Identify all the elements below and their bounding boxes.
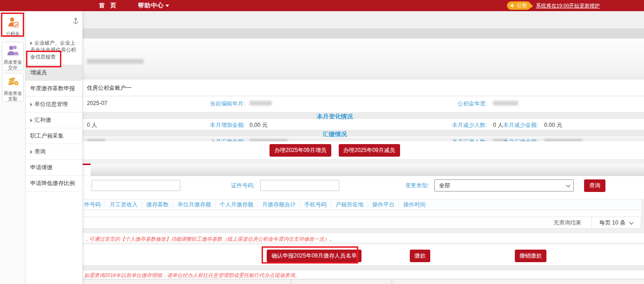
account-label: 住房公积金账户一 xyxy=(87,84,131,92)
svg-text:¥: ¥ xyxy=(15,82,17,85)
sidebar-item-fanggai-zhiqu[interactable]: ¥ 房改资金支取 xyxy=(2,73,24,102)
notice-area: 公告 系统将在19:00开始更新维护 xyxy=(507,0,600,11)
sidebar-item-label: 房改资金支取 xyxy=(3,91,22,102)
name-input[interactable] xyxy=(92,180,180,191)
divider xyxy=(291,279,291,284)
menu-item-niandujiaocunjishu[interactable]: 年度缴存基数申报 xyxy=(26,81,82,97)
label-added-amount: 本月增加金额: xyxy=(184,121,245,129)
id-number-input[interactable] xyxy=(260,180,339,191)
menu-item-label: 申请缓缴 xyxy=(30,164,53,171)
sidebar-item-gongjijin[interactable]: 公积金 xyxy=(2,13,24,38)
page-size-select[interactable]: 每页 10 条 xyxy=(591,217,632,228)
menu-item-huibujiao[interactable]: 汇补缴 xyxy=(26,112,82,128)
menu-item-label: 汇补缴 xyxy=(34,117,51,123)
module-sidebar: 公积金 房改资金交存 ¥ 房改资金支取 xyxy=(0,11,26,284)
submenu-list: 企业破产、企业上市合法合规住房公积金信息核查 增减员 年度缴存基数申报 单位信息… xyxy=(26,35,82,192)
label-reduced-amount: 本月减少金额: xyxy=(478,121,538,129)
bottom-partial-table xyxy=(26,279,644,284)
arrow-right-icon xyxy=(30,119,33,122)
column-header[interactable]: 个人月缴存额 xyxy=(216,201,258,209)
column-header[interactable]: 单位月缴存额 xyxy=(173,201,216,209)
overview-row-1: 2025-07 当前编辑年月: 公积金年度: xyxy=(26,100,644,107)
top-bar: 首 页 帮助中心 公告 系统将在19:00开始更新维护 xyxy=(0,0,644,11)
divider xyxy=(26,96,644,96)
coins-icon: ¥ xyxy=(7,76,20,90)
people-icon xyxy=(7,45,20,59)
menu-item-label: 申请降低缴存比例 xyxy=(30,180,75,186)
confirm-declare-button[interactable]: 确认申报2025年09月缴存人员名单 xyxy=(267,250,361,262)
redacted-value xyxy=(250,101,272,106)
menu-item-jiangdibili[interactable]: 申请降低缴存比例 xyxy=(26,176,82,192)
arrow-right-icon xyxy=(30,103,33,106)
nav-help-label: 帮助中心 xyxy=(138,1,164,10)
filter-panel: 证件号码: 变更类型: 全部 查询 xyxy=(26,176,644,199)
column-header[interactable]: 手机号码 xyxy=(300,201,331,209)
column-header[interactable]: 月缴存额合计 xyxy=(258,201,300,209)
pay-button[interactable]: 缴款 xyxy=(410,250,430,262)
column-header[interactable]: 操作平台 xyxy=(368,201,399,209)
menu-item-danweixinxi[interactable]: 单位信息管理 xyxy=(26,97,82,112)
tab-bar xyxy=(26,164,644,176)
label-fund-year: 公积金年度: xyxy=(427,100,487,108)
arrow-right-icon xyxy=(30,41,33,45)
value-added-count: 0 人 xyxy=(87,121,97,129)
table-body-empty xyxy=(26,210,641,217)
menu-item-zhigonghuji[interactable]: 职工户籍采集 xyxy=(26,128,82,144)
chevron-down-icon xyxy=(165,5,169,7)
overview-row-2: 0 人 本月增加金额: 0.00 元 本月减少人数: 0 人 本月减少金额: 0… xyxy=(26,121,644,129)
menu-item-chaxun[interactable]: 查询 xyxy=(26,144,82,160)
redacted-value xyxy=(493,101,518,106)
add-member-button[interactable]: 办理2025年09月增员 xyxy=(269,144,331,157)
sidebar-item-label: 房改资金交存 xyxy=(3,59,22,71)
column-header[interactable]: 缴存基数 xyxy=(142,201,173,209)
monthly-actions-panel: 办理2025年09月增员 办理2025年09月减员 xyxy=(26,141,644,159)
anchor-pin-icon[interactable] xyxy=(73,18,79,26)
announcement-badge: 公告 xyxy=(507,1,531,10)
id-number-label: 证件号码: xyxy=(231,180,255,191)
change-type-value: 全部 xyxy=(439,182,450,190)
menu-item-label: 年度缴存基数申报 xyxy=(30,85,75,92)
submenu-panel: 企业破产、企业上市合法合规住房公积金信息核查 增减员 年度缴存基数申报 单位信息… xyxy=(26,11,83,284)
sidebar-item-fanggai-jiaocun[interactable]: 房改资金交存 xyxy=(2,42,24,71)
menu-item-zengjianyuan[interactable]: 增减员 xyxy=(26,65,82,81)
menu-item-label: 增减员 xyxy=(30,69,47,76)
pagination-bar: 无查询结果 每页 10 条 xyxy=(26,217,641,229)
change-type-label: 变更类型: xyxy=(405,180,429,191)
arrow-right-icon xyxy=(30,150,33,154)
announcement-badge-label: 公告 xyxy=(517,2,527,9)
page-size-label: 每页 10 条 xyxy=(599,219,625,227)
chevron-down-icon xyxy=(629,220,634,225)
sidebar-item-label: 公积金 xyxy=(6,31,20,37)
menu-item-qiyepochan[interactable]: 企业破产、企业上市合法合规住房公积金信息核查 xyxy=(26,35,82,65)
menu-item-label: 企业破产、企业上市合法合规住房公积金信息核查 xyxy=(30,40,76,59)
confirm-actions-panel: 确认申报2025年09月缴存人员名单 缴款 撤销缴款 xyxy=(26,244,644,265)
nav-help-center[interactable]: 帮助中心 xyxy=(138,1,169,10)
speaker-icon xyxy=(510,3,515,8)
column-header[interactable]: 操作时间 xyxy=(399,201,430,209)
main-content: 住房公积金账户一 2025-07 当前编辑年月: 公积金年度: 本月变化情况 0… xyxy=(26,11,644,284)
maintenance-notice-link[interactable]: 系统将在19:00开始更新维护 xyxy=(536,2,600,9)
section-bar-remittance: 汇缴情况 xyxy=(26,130,644,137)
remove-member-button[interactable]: 办理2025年09月减员 xyxy=(339,144,400,157)
redacted-company-name xyxy=(87,59,144,64)
section-bar-monthly-change: 本月变化情况 xyxy=(26,112,644,119)
top-nav: 首 页 帮助中心 xyxy=(99,0,169,11)
menu-item-shenqinghuanjiao[interactable]: 申请缓缴 xyxy=(26,160,82,176)
label-edit-month: 当前编辑年月: xyxy=(184,100,245,108)
history-query-note: 如需查询2018年以前单位缴存明细，请单位经办人前往任意管理部或受托银行代办点现… xyxy=(84,272,300,279)
column-header[interactable]: 件号码 xyxy=(84,201,105,209)
divider-band xyxy=(26,265,644,271)
empty-result-text: 无查询结果 xyxy=(553,219,581,227)
header-band xyxy=(26,28,644,39)
section-title: 汇缴情况 xyxy=(323,131,347,138)
chevron-down-icon xyxy=(566,183,571,187)
cancel-pay-button[interactable]: 撤销缴款 xyxy=(515,250,546,262)
column-header[interactable]: 月工资收入 xyxy=(105,201,142,209)
menu-item-label: 查询 xyxy=(34,148,46,155)
nav-home[interactable]: 首 页 xyxy=(99,1,118,10)
overview-panel: 住房公积金账户一 2025-07 当前编辑年月: 公积金年度: 本月变化情况 0… xyxy=(26,39,644,138)
person-edit-icon xyxy=(7,16,19,30)
query-button[interactable]: 查询 xyxy=(584,179,605,192)
change-type-select[interactable]: 全部 xyxy=(434,179,574,192)
column-header[interactable]: 户籍所在地 xyxy=(331,201,368,209)
